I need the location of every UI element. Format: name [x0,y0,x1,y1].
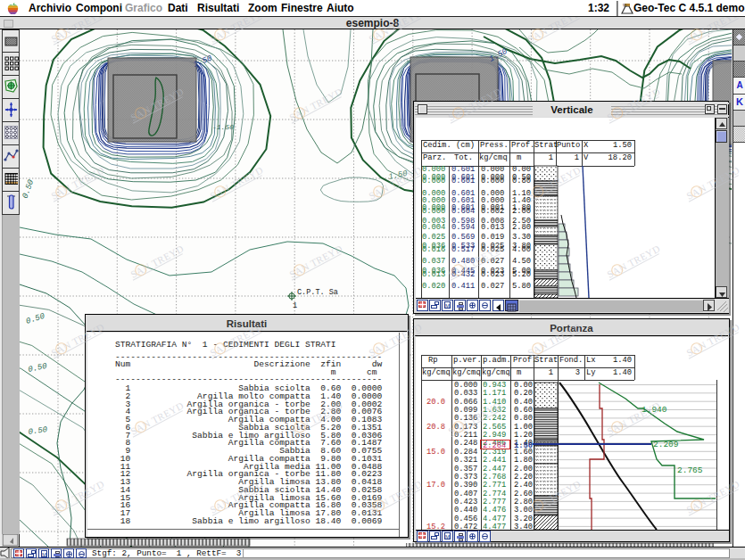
svg-text:2.765: 2.765 [677,465,703,475]
svg-text:1: 1 [293,301,297,310]
svg-text:1.940: 1.940 [642,405,667,415]
svg-text:C.P.T. Sa: C.P.T. Sa [297,288,338,297]
svg-text:2.209: 2.209 [653,440,679,449]
svg-text:%: % [623,3,627,8]
svg-text:-1.50: -1.50 [212,123,234,131]
